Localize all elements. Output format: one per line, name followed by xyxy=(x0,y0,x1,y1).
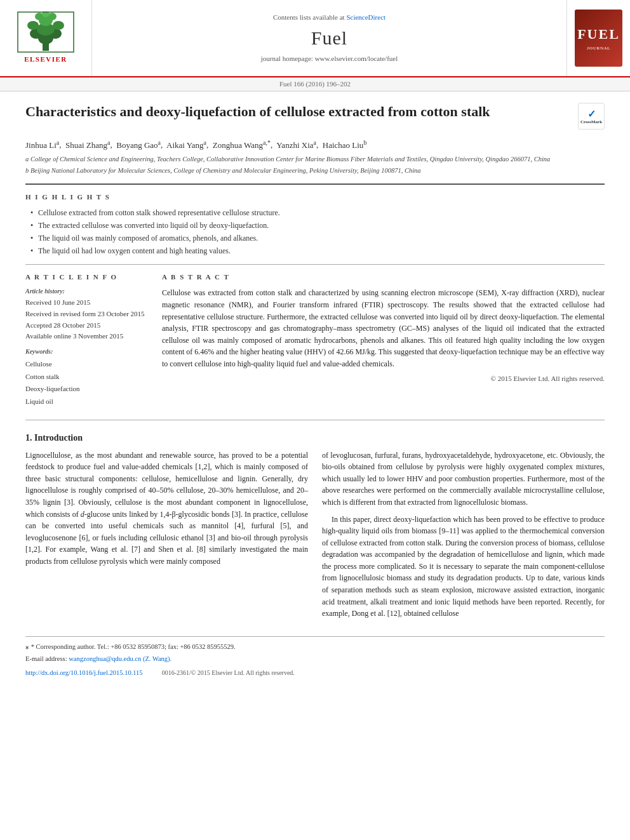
date-received: Received 10 June 2015 xyxy=(25,297,149,309)
intro-para-left: Lignocellulose, as the most abundant and… xyxy=(25,450,308,568)
footnote-email: E-mail address: wangzonghua@qdu.edu.cn (… xyxy=(25,654,605,664)
intro-title: 1. Introduction xyxy=(25,432,605,444)
author-zonghua: Zonghua Wanga,* xyxy=(213,140,271,150)
highlights-section: H I G H L I G H T S Cellulose extracted … xyxy=(25,192,605,257)
crossmark-badge[interactable]: ✓ CrossMark xyxy=(578,103,605,130)
keyword-2: Cotton stalk xyxy=(25,371,149,383)
copyright-line: © 2015 Elsevier Ltd. All rights reserved… xyxy=(162,374,605,383)
date-accepted: Accepted 28 October 2015 xyxy=(25,320,149,331)
author-boyang: Boyang Gaoa xyxy=(116,140,161,150)
abstract-col: A B S T R A C T Cellulose was extracted … xyxy=(162,272,605,408)
author-haichao: Haichao Liub xyxy=(323,140,367,150)
abstract-heading: A B S T R A C T xyxy=(162,272,605,282)
sciencedirect-link[interactable]: ScienceDirect xyxy=(346,13,385,21)
elsevier-logo-area: ELSEVIER xyxy=(0,0,92,76)
divider-2 xyxy=(25,264,605,265)
article-info-abstract: A R T I C L E I N F O Article history: R… xyxy=(25,272,605,408)
keyword-3: Deoxy-liquefaction xyxy=(25,383,149,396)
highlight-item-3: The liquid oil was mainly composed of ar… xyxy=(30,232,605,244)
footer-copyright: 0016-2361/© 2015 Elsevier Ltd. All right… xyxy=(162,669,295,678)
highlights-heading: H I G H L I G H T S xyxy=(25,192,605,202)
highlight-item-4: The liquid oil had low oxygen content an… xyxy=(30,245,605,257)
fuel-logo-area: FUEL JOURNAL xyxy=(566,0,630,76)
date-revised: Received in revised form 23 October 2015 xyxy=(25,309,149,320)
article-history-label: Article history: xyxy=(25,287,149,296)
article-title-text: Characteristics and deoxy-liquefaction o… xyxy=(25,103,572,121)
date-available: Available online 3 November 2015 xyxy=(25,331,149,342)
intro-body: Lignocellulose, as the most abundant and… xyxy=(25,450,605,625)
author-shuai: Shuai Zhanga xyxy=(65,140,111,150)
intro-left-col: Lignocellulose, as the most abundant and… xyxy=(25,450,308,625)
article-dates: Received 10 June 2015 Received in revise… xyxy=(25,297,149,342)
email-link[interactable]: wangzonghua@qdu.edu.cn (Z. Wang). xyxy=(69,655,171,662)
article-title-row: Characteristics and deoxy-liquefaction o… xyxy=(25,103,605,130)
abstract-text: Cellulose was extracted from cotton stal… xyxy=(162,287,605,370)
journal-header: ELSEVIER Contents lists available at Sci… xyxy=(0,0,630,77)
journal-homepage: journal homepage: www.elsevier.com/locat… xyxy=(261,54,398,63)
affil-a: a College of Chemical Science and Engine… xyxy=(25,155,605,164)
author-aikai: Aikai Yanga xyxy=(166,140,206,150)
intro-right-col: of levoglucosan, furfural, furans, hydro… xyxy=(322,450,605,625)
affil-b: b Beijing National Laboratory for Molecu… xyxy=(25,166,605,176)
page: ELSEVIER Contents lists available at Sci… xyxy=(0,0,630,840)
fuel-badge: FUEL JOURNAL xyxy=(575,10,622,67)
footer-area: ⁎ * Corresponding author. Tel.: +86 0532… xyxy=(25,636,605,678)
fuel-badge-text: FUEL xyxy=(577,25,620,44)
author-yanzhi: Yanzhi Xiaa xyxy=(276,140,316,150)
star-marker: ⁎ xyxy=(25,643,31,650)
divider-1 xyxy=(25,183,605,185)
author-jinhua: Jinhua Lia xyxy=(25,140,59,150)
highlights-list: Cellulose extracted from cotton stalk sh… xyxy=(30,207,605,257)
footer-links: http://dx.doi.org/10.1016/j.fuel.2015.10… xyxy=(25,669,605,678)
crossmark-icon: ✓ CrossMark xyxy=(580,108,602,125)
citation-bar: Fuel 166 (2016) 196–202 xyxy=(0,77,630,91)
fuel-badge-subtitle: JOURNAL xyxy=(587,46,610,52)
highlight-item-1: Cellulose extracted from cotton stalk sh… xyxy=(30,207,605,218)
introduction-section: 1. Introduction Lignocellulose, as the m… xyxy=(25,432,605,625)
svg-point-5 xyxy=(27,21,39,30)
keywords-list: Cellulose Cotton stalk Deoxy-liquefactio… xyxy=(25,358,149,408)
article-info-col: A R T I C L E I N F O Article history: R… xyxy=(25,272,149,408)
elsevier-label: ELSEVIER xyxy=(24,55,67,64)
article-info-heading: A R T I C L E I N F O xyxy=(25,272,149,282)
citation-text: Fuel 166 (2016) 196–202 xyxy=(279,80,351,88)
journal-info: Contents lists available at ScienceDirec… xyxy=(92,0,566,76)
contents-line: Contents lists available at ScienceDirec… xyxy=(273,13,385,22)
elsevier-tree-logo xyxy=(17,11,74,53)
journal-title: Fuel xyxy=(311,25,347,51)
footnote-corresponding: ⁎ * Corresponding author. Tel.: +86 0532… xyxy=(25,642,605,652)
keyword-4: Liquid oil xyxy=(25,396,149,408)
svg-point-6 xyxy=(53,21,64,30)
highlight-item-2: The extracted cellulose was converted in… xyxy=(30,220,605,231)
doi-link[interactable]: http://dx.doi.org/10.1016/j.fuel.2015.10… xyxy=(25,669,143,678)
content-area: Characteristics and deoxy-liquefaction o… xyxy=(0,91,630,691)
divider-3 xyxy=(25,420,605,420)
keywords-label: Keywords: xyxy=(25,347,149,356)
keyword-1: Cellulose xyxy=(25,358,149,371)
intro-para-right-1: of levoglucosan, furfural, furans, hydro… xyxy=(322,450,605,509)
intro-para-right-2: In this paper, direct deoxy-liquefaction… xyxy=(322,514,605,620)
authors-line: Jinhua Lia, Shuai Zhanga, Boyang Gaoa, A… xyxy=(25,137,605,151)
